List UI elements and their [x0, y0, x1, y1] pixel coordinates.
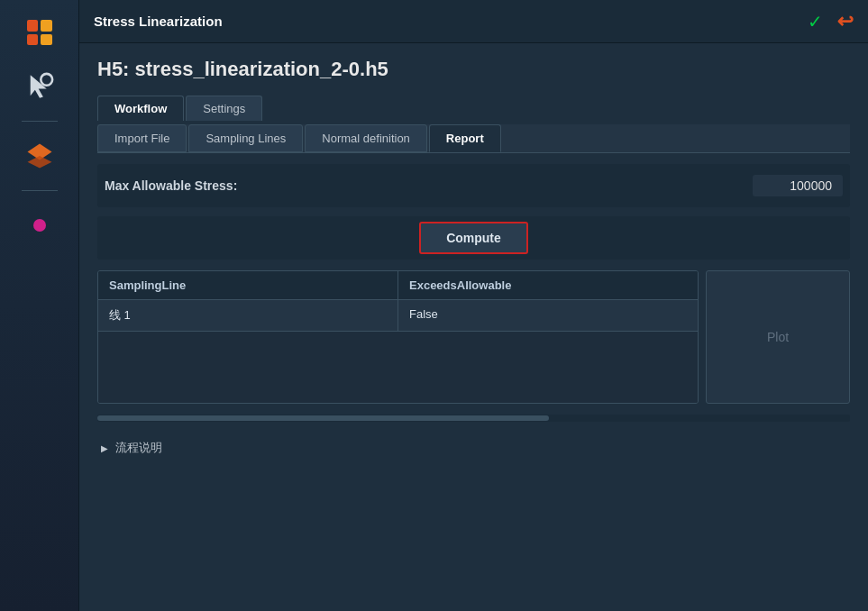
- scrollbar-thumb: [97, 415, 549, 421]
- svg-marker-0: [30, 75, 46, 98]
- results-table: SamplingLine ExceedsAllowable 线 1 False: [97, 270, 699, 404]
- th-exceeds-allowable: ExceedsAllowable: [398, 271, 698, 299]
- sidebar-icon-layers[interactable]: [16, 132, 63, 179]
- layers-svg: [23, 140, 56, 172]
- sub-tab-normal-definition[interactable]: Normal definition: [305, 124, 427, 152]
- sidebar-icon-cursor[interactable]: [16, 63, 63, 110]
- plot-label: Plot: [767, 330, 789, 344]
- sidebar: [0, 0, 79, 611]
- max-stress-label: Max Allowable Stress:: [105, 178, 237, 193]
- compute-row: Compute: [97, 216, 850, 260]
- plot-area: Plot: [706, 270, 850, 404]
- max-stress-value: 100000: [753, 175, 843, 196]
- table-header: SamplingLine ExceedsAllowable: [98, 271, 698, 299]
- sidebar-icon-grid[interactable]: [16, 9, 63, 56]
- form-row-max-stress: Max Allowable Stress: 100000: [97, 164, 850, 207]
- check-icon: ✓: [808, 11, 823, 32]
- main-tab-group: Workflow Settings: [97, 96, 850, 121]
- file-title: H5: stress_linearization_2-0.h5: [97, 58, 850, 81]
- th-sampling-line: SamplingLine: [98, 271, 398, 299]
- compute-button[interactable]: Compute: [419, 222, 528, 254]
- td-exceeds-1: False: [398, 300, 698, 331]
- exit-icon[interactable]: ↪: [837, 10, 854, 33]
- footer-label: 流程说明: [115, 440, 162, 456]
- sub-tab-report[interactable]: Report: [429, 124, 501, 152]
- sidebar-divider: [22, 121, 58, 122]
- table-section: SamplingLine ExceedsAllowable 线 1 False …: [97, 270, 850, 404]
- main-panel: Stress Linearization ✓ ↪ H5: stress_line…: [79, 0, 868, 611]
- header-bar: Stress Linearization ✓ ↪: [79, 0, 868, 43]
- tab-settings[interactable]: Settings: [186, 96, 262, 121]
- table-empty-space: [98, 331, 698, 403]
- expand-arrow-icon: ▶: [101, 443, 108, 453]
- header-actions: ✓ ↪: [808, 10, 854, 33]
- svg-point-1: [41, 74, 52, 86]
- cursor-svg: [23, 70, 56, 103]
- sub-tab-import-file[interactable]: Import File: [97, 124, 187, 152]
- sidebar-icon-dot[interactable]: [16, 202, 63, 249]
- content-area: H5: stress_linearization_2-0.h5 Workflow…: [79, 43, 868, 611]
- svg-marker-3: [27, 156, 51, 169]
- header-title: Stress Linearization: [94, 14, 223, 29]
- table-row: 线 1 False: [98, 299, 698, 331]
- sidebar-divider-2: [22, 190, 58, 191]
- sub-tab-sampling-lines[interactable]: Sampling Lines: [188, 124, 303, 152]
- footer-section[interactable]: ▶ 流程说明: [97, 433, 850, 463]
- tab-workflow[interactable]: Workflow: [97, 96, 184, 121]
- table-scrollbar[interactable]: [97, 415, 850, 422]
- td-sampling-line-1: 线 1: [98, 300, 398, 331]
- sub-tab-group: Import File Sampling Lines Normal defini…: [97, 124, 850, 153]
- dot-shape: [33, 219, 46, 232]
